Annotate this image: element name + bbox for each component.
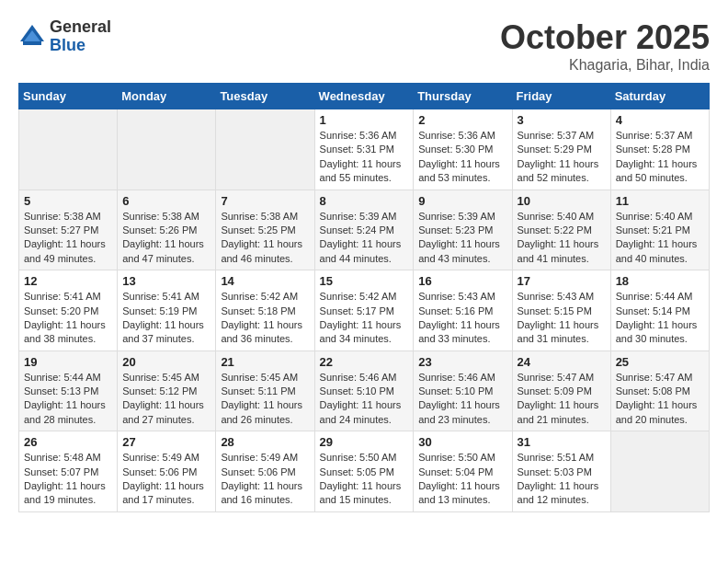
day-number: 31 <box>518 435 606 449</box>
page-header: General Blue October 2025 Khagaria, Biha… <box>18 18 710 74</box>
svg-rect-2 <box>23 41 41 45</box>
weekday-header-row: SundayMondayTuesdayWednesdayThursdayFrid… <box>19 84 710 109</box>
calendar-week-row: 1Sunrise: 5:36 AMSunset: 5:31 PMDaylight… <box>19 109 710 190</box>
day-number: 15 <box>320 274 409 288</box>
calendar-cell <box>118 109 216 190</box>
calendar-cell: 16Sunrise: 5:43 AMSunset: 5:16 PMDayligh… <box>414 270 512 351</box>
calendar-cell: 6Sunrise: 5:38 AMSunset: 5:26 PMDaylight… <box>118 190 216 270</box>
day-number: 25 <box>616 355 704 369</box>
day-info: Sunrise: 5:37 AMSunset: 5:29 PMDaylight:… <box>518 129 606 186</box>
calendar-week-row: 19Sunrise: 5:44 AMSunset: 5:13 PMDayligh… <box>19 350 710 431</box>
day-info: Sunrise: 5:37 AMSunset: 5:28 PMDaylight:… <box>616 129 704 186</box>
day-info: Sunrise: 5:46 AMSunset: 5:10 PMDaylight:… <box>320 371 409 428</box>
day-info: Sunrise: 5:50 AMSunset: 5:05 PMDaylight:… <box>320 451 409 508</box>
calendar-cell: 15Sunrise: 5:42 AMSunset: 5:17 PMDayligh… <box>314 270 414 351</box>
month-title: October 2025 <box>500 18 710 57</box>
day-number: 13 <box>122 274 210 288</box>
day-number: 1 <box>320 113 409 127</box>
day-info: Sunrise: 5:50 AMSunset: 5:04 PMDaylight:… <box>418 451 506 508</box>
day-info: Sunrise: 5:48 AMSunset: 5:07 PMDaylight:… <box>24 451 112 508</box>
weekday-header: Wednesday <box>314 84 414 109</box>
day-number: 24 <box>518 355 606 369</box>
calendar-cell <box>216 109 314 190</box>
day-number: 11 <box>616 194 704 208</box>
calendar-cell: 14Sunrise: 5:42 AMSunset: 5:18 PMDayligh… <box>216 270 314 351</box>
day-info: Sunrise: 5:46 AMSunset: 5:10 PMDaylight:… <box>418 371 506 428</box>
day-info: Sunrise: 5:40 AMSunset: 5:21 PMDaylight:… <box>616 210 704 267</box>
day-info: Sunrise: 5:38 AMSunset: 5:26 PMDaylight:… <box>122 210 210 267</box>
weekday-header: Saturday <box>610 84 709 109</box>
calendar-cell: 19Sunrise: 5:44 AMSunset: 5:13 PMDayligh… <box>19 350 118 431</box>
day-info: Sunrise: 5:47 AMSunset: 5:09 PMDaylight:… <box>518 371 606 428</box>
logo-blue: Blue <box>50 37 111 55</box>
day-info: Sunrise: 5:44 AMSunset: 5:13 PMDaylight:… <box>24 371 112 428</box>
weekday-header: Monday <box>118 84 216 109</box>
day-number: 2 <box>418 113 506 127</box>
calendar-cell: 29Sunrise: 5:50 AMSunset: 5:05 PMDayligh… <box>314 431 414 512</box>
calendar-cell: 22Sunrise: 5:46 AMSunset: 5:10 PMDayligh… <box>314 350 414 431</box>
day-info: Sunrise: 5:39 AMSunset: 5:23 PMDaylight:… <box>418 210 506 267</box>
calendar-cell: 27Sunrise: 5:49 AMSunset: 5:06 PMDayligh… <box>118 431 216 512</box>
calendar-cell: 9Sunrise: 5:39 AMSunset: 5:23 PMDaylight… <box>414 190 512 270</box>
title-block: October 2025 Khagaria, Bihar, India <box>500 18 710 74</box>
calendar-cell: 1Sunrise: 5:36 AMSunset: 5:31 PMDaylight… <box>314 109 414 190</box>
calendar-week-row: 5Sunrise: 5:38 AMSunset: 5:27 PMDaylight… <box>19 190 710 270</box>
calendar-cell: 31Sunrise: 5:51 AMSunset: 5:03 PMDayligh… <box>512 431 610 512</box>
day-info: Sunrise: 5:36 AMSunset: 5:31 PMDaylight:… <box>320 129 409 186</box>
day-number: 22 <box>320 355 409 369</box>
day-info: Sunrise: 5:40 AMSunset: 5:22 PMDaylight:… <box>518 210 606 267</box>
day-info: Sunrise: 5:42 AMSunset: 5:17 PMDaylight:… <box>320 290 409 347</box>
day-number: 30 <box>418 435 506 449</box>
day-number: 7 <box>221 194 309 208</box>
calendar-cell <box>610 431 709 512</box>
calendar-cell: 13Sunrise: 5:41 AMSunset: 5:19 PMDayligh… <box>118 270 216 351</box>
day-info: Sunrise: 5:41 AMSunset: 5:20 PMDaylight:… <box>24 290 112 347</box>
logo-general: General <box>50 18 111 37</box>
logo-icon <box>18 23 46 51</box>
day-info: Sunrise: 5:39 AMSunset: 5:24 PMDaylight:… <box>320 210 409 267</box>
day-number: 9 <box>418 194 506 208</box>
calendar-week-row: 12Sunrise: 5:41 AMSunset: 5:20 PMDayligh… <box>19 270 710 351</box>
calendar-week-row: 26Sunrise: 5:48 AMSunset: 5:07 PMDayligh… <box>19 431 710 512</box>
day-info: Sunrise: 5:51 AMSunset: 5:03 PMDaylight:… <box>518 451 606 508</box>
weekday-header: Tuesday <box>216 84 314 109</box>
day-info: Sunrise: 5:42 AMSunset: 5:18 PMDaylight:… <box>221 290 309 347</box>
day-info: Sunrise: 5:45 AMSunset: 5:11 PMDaylight:… <box>221 371 309 428</box>
day-number: 27 <box>122 435 210 449</box>
day-info: Sunrise: 5:43 AMSunset: 5:15 PMDaylight:… <box>518 290 606 347</box>
calendar-cell: 21Sunrise: 5:45 AMSunset: 5:11 PMDayligh… <box>216 350 314 431</box>
calendar-cell: 26Sunrise: 5:48 AMSunset: 5:07 PMDayligh… <box>19 431 118 512</box>
calendar-cell: 28Sunrise: 5:49 AMSunset: 5:06 PMDayligh… <box>216 431 314 512</box>
logo-text: General Blue <box>50 18 111 55</box>
day-number: 5 <box>24 194 112 208</box>
day-info: Sunrise: 5:47 AMSunset: 5:08 PMDaylight:… <box>616 371 704 428</box>
calendar-cell: 2Sunrise: 5:36 AMSunset: 5:30 PMDaylight… <box>414 109 512 190</box>
weekday-header: Thursday <box>414 84 512 109</box>
calendar-cell: 5Sunrise: 5:38 AMSunset: 5:27 PMDaylight… <box>19 190 118 270</box>
logo: General Blue <box>18 18 111 55</box>
calendar: SundayMondayTuesdayWednesdayThursdayFrid… <box>18 83 710 512</box>
day-number: 21 <box>221 355 309 369</box>
calendar-cell <box>19 109 118 190</box>
day-number: 28 <box>221 435 309 449</box>
day-number: 18 <box>616 274 704 288</box>
day-info: Sunrise: 5:49 AMSunset: 5:06 PMDaylight:… <box>221 451 309 508</box>
calendar-cell: 18Sunrise: 5:44 AMSunset: 5:14 PMDayligh… <box>610 270 709 351</box>
day-info: Sunrise: 5:45 AMSunset: 5:12 PMDaylight:… <box>122 371 210 428</box>
day-info: Sunrise: 5:41 AMSunset: 5:19 PMDaylight:… <box>122 290 210 347</box>
calendar-cell: 4Sunrise: 5:37 AMSunset: 5:28 PMDaylight… <box>610 109 709 190</box>
day-number: 6 <box>122 194 210 208</box>
calendar-cell: 11Sunrise: 5:40 AMSunset: 5:21 PMDayligh… <box>610 190 709 270</box>
day-info: Sunrise: 5:38 AMSunset: 5:27 PMDaylight:… <box>24 210 112 267</box>
day-number: 10 <box>518 194 606 208</box>
day-info: Sunrise: 5:36 AMSunset: 5:30 PMDaylight:… <box>418 129 506 186</box>
day-info: Sunrise: 5:43 AMSunset: 5:16 PMDaylight:… <box>418 290 506 347</box>
day-number: 4 <box>616 113 704 127</box>
location: Khagaria, Bihar, India <box>500 57 710 74</box>
calendar-cell: 24Sunrise: 5:47 AMSunset: 5:09 PMDayligh… <box>512 350 610 431</box>
day-info: Sunrise: 5:38 AMSunset: 5:25 PMDaylight:… <box>221 210 309 267</box>
calendar-cell: 8Sunrise: 5:39 AMSunset: 5:24 PMDaylight… <box>314 190 414 270</box>
calendar-cell: 30Sunrise: 5:50 AMSunset: 5:04 PMDayligh… <box>414 431 512 512</box>
day-number: 14 <box>221 274 309 288</box>
day-number: 19 <box>24 355 112 369</box>
